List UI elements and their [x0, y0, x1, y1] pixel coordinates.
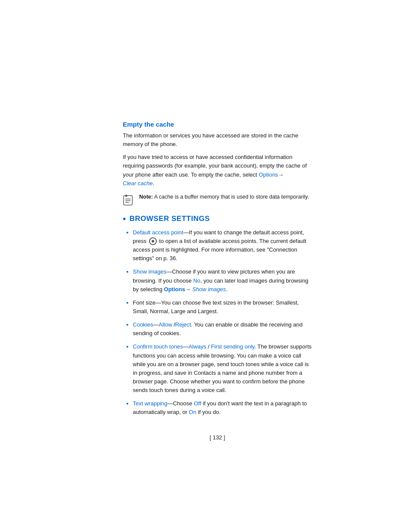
confirm-touch-desc: . The browser supports functions you can…	[133, 343, 311, 393]
empty-cache-para2: If you have tried to access or have acce…	[123, 153, 312, 188]
font-size-dash: —	[156, 299, 161, 306]
list-item-show-images: Show images—Choose if you want to view p…	[123, 268, 312, 293]
list-item-cookies: Cookies—Allow /Reject. You can enable or…	[123, 320, 312, 338]
show-images-link[interactable]: Show images	[133, 268, 166, 275]
clear-cache-link[interactable]: Clear cache	[123, 180, 153, 187]
browser-settings-heading-container: • BROWSER SETTINGS	[123, 215, 312, 223]
text-wrapping-end: if you do.	[196, 409, 221, 415]
default-access-point-dash: —	[183, 229, 189, 236]
default-access-point-text: Default access point—If you want to chan…	[133, 228, 312, 263]
text-wrapping-choose: Choose	[173, 400, 193, 407]
options-link[interactable]: Options	[259, 171, 278, 178]
list-item-default-access-point: Default access point—If you want to chan…	[123, 228, 312, 263]
no-link[interactable]: No	[193, 277, 200, 284]
default-access-point-desc2: to open a list of available access point…	[133, 238, 306, 261]
browser-settings-section: • BROWSER SETTINGS Default access point—…	[123, 215, 312, 417]
default-access-point-link[interactable]: Default access point	[133, 229, 183, 236]
font-size-text: Font size—You can choose five text sizes…	[133, 299, 312, 316]
period: .	[153, 180, 154, 187]
note-text: Note: A cache is a buffer memory that is…	[139, 193, 309, 201]
settings-list: Default access point—If you want to chan…	[123, 228, 312, 417]
text-wrapping-dash: —	[167, 400, 173, 407]
text-wrapping-link[interactable]: Text wrapping	[133, 400, 167, 407]
note-box: Note: A cache is a buffer memory that is…	[123, 193, 312, 206]
show-images-dash: —	[166, 268, 172, 275]
font-size-label: Font size	[133, 299, 156, 306]
text-wrapping-text: Text wrapping—Choose Off if you don't wa…	[133, 399, 312, 417]
note-body: A cache is a buffer memory that is used …	[153, 194, 309, 200]
cookies-slash: /	[172, 321, 175, 328]
content-area: Empty the cache The information or servi…	[0, 0, 411, 467]
list-item-font-size: Font size—You can choose five text sizes…	[123, 299, 312, 316]
empty-cache-para1: The information or services you have acc…	[123, 131, 312, 149]
show-images-arrow: →	[185, 286, 193, 292]
always-link[interactable]: Always	[189, 343, 206, 350]
off-link[interactable]: Off	[194, 400, 201, 407]
on-link[interactable]: On	[189, 409, 196, 415]
arrow: →	[278, 171, 283, 178]
show-images-text: Show images—Choose if you want to view p…	[133, 268, 312, 293]
confirm-touch-slash: /	[206, 343, 211, 350]
page: Empty the cache The information or servi…	[0, 0, 411, 532]
list-item-confirm-touch-tones: Confirm touch tones—Always / First sendi…	[123, 342, 312, 395]
svg-rect-0	[124, 196, 132, 205]
confirm-touch-dash: —	[183, 343, 189, 350]
confirm-touch-tones-text: Confirm touch tones—Always / First sendi…	[133, 342, 312, 395]
cookies-link[interactable]: Cookies	[133, 321, 153, 328]
note-label: Note:	[139, 194, 153, 200]
show-images-period: .	[226, 286, 227, 292]
empty-cache-section: Empty the cache The information or servi…	[123, 121, 312, 206]
browser-settings-heading-text: BROWSER SETTINGS	[130, 215, 210, 223]
list-item-text-wrapping: Text wrapping—Choose Off if you don't wa…	[123, 399, 312, 417]
svg-rect-1	[125, 195, 127, 197]
first-sending-link[interactable]: First sending only	[211, 343, 255, 350]
bullet-dot: •	[123, 215, 126, 223]
options-show-link[interactable]: Options	[164, 286, 185, 292]
nav-circle-icon	[149, 237, 157, 245]
cookies-dash: —	[153, 321, 159, 328]
empty-cache-heading: Empty the cache	[123, 121, 312, 128]
confirm-touch-tones-link[interactable]: Confirm touch tones	[133, 343, 183, 350]
note-icon	[123, 194, 135, 206]
page-number: [ 132 ]	[123, 434, 312, 441]
allow-link[interactable]: Allow	[159, 321, 172, 328]
cookies-text: Cookies—Allow /Reject. You can enable or…	[133, 320, 312, 338]
show-images-italic-link[interactable]: Show images	[192, 286, 226, 292]
options-link-show: Options	[164, 286, 185, 292]
reject-link[interactable]: Reject	[175, 321, 191, 328]
